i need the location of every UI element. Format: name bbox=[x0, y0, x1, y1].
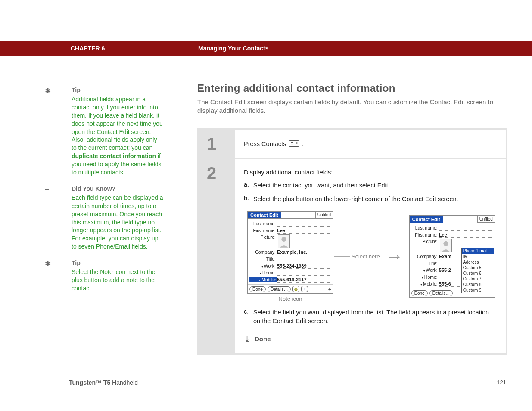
select-here-callout: Select here bbox=[352, 253, 380, 260]
val-mobile: 555-616-2117 bbox=[277, 277, 307, 282]
dropdown-option-custom6[interactable]: Custom 6 bbox=[462, 271, 494, 276]
dropdown-option-address[interactable]: Address bbox=[462, 259, 494, 265]
dropdown-option-custom5[interactable]: Custom 5 bbox=[462, 265, 494, 271]
pda-screenshots-row: Contact Edit Unfiled Last name: First na… bbox=[247, 211, 496, 302]
dropdown-option-custom9[interactable]: Custom 9 bbox=[462, 287, 494, 293]
svg-point-2 bbox=[443, 241, 448, 246]
asterisk-icon: ✱ bbox=[45, 87, 51, 96]
pda-done-button-2[interactable]: Done bbox=[411, 290, 428, 296]
step-2-lead: Display additional contact fields: bbox=[244, 169, 496, 176]
chapter-title: Managing Your Contacts bbox=[198, 45, 269, 52]
dropdown-option-custom7[interactable]: Custom 7 bbox=[462, 276, 494, 282]
substep-b: b. Select the plus button on the lower-r… bbox=[244, 195, 496, 203]
step-1-text: Press Contacts bbox=[244, 140, 286, 147]
tip-body-1-pre: Additional fields appear in a contact on… bbox=[72, 96, 163, 151]
lbl-mobile[interactable]: ▾Mobile: bbox=[249, 277, 277, 282]
dropdown-option-custom8[interactable]: Custom 8 bbox=[462, 282, 494, 287]
step-2-number-col: 2 bbox=[199, 159, 235, 353]
lbl-picture: Picture: bbox=[249, 234, 277, 240]
chapter-header-bar: CHAPTER 6 Managing Your Contacts bbox=[0, 41, 532, 56]
dyk-body: Each field type can be displayed a certa… bbox=[72, 194, 164, 251]
val-first: Lee bbox=[277, 228, 285, 233]
pda-screen-before: Contact Edit Unfiled Last name: First na… bbox=[247, 211, 333, 294]
footer-rule bbox=[56, 375, 507, 375]
did-you-know-block: + Did You Know? Each field type can be d… bbox=[56, 185, 164, 251]
section-title: Entering additional contact information bbox=[197, 82, 507, 94]
substep-c-letter: c. bbox=[244, 308, 253, 326]
substep-a-letter: a. bbox=[244, 181, 253, 190]
step-2: 2 Display additional contact fields: a. … bbox=[199, 159, 506, 353]
dyk-heading: Did You Know? bbox=[72, 185, 164, 192]
lbl-work[interactable]: ▾Work: bbox=[249, 263, 277, 268]
footer-product-rest: Handheld bbox=[110, 379, 138, 386]
pda-title-2: Contact Edit bbox=[410, 216, 443, 223]
step-1: 1 Press Contacts ≡ . bbox=[199, 130, 506, 158]
duplicate-contact-link[interactable]: duplicate contact information bbox=[72, 153, 156, 159]
tip-block-2: ✱ Tip Select the Note icon next to the p… bbox=[56, 259, 164, 293]
plus-icon: + bbox=[45, 185, 49, 194]
picture-placeholder-2[interactable] bbox=[440, 239, 452, 252]
tip-block-1: ✱ Tip Additional fields appear in a cont… bbox=[56, 87, 164, 177]
section-intro: The Contact Edit screen displays certain… bbox=[197, 98, 507, 115]
field-type-dropdown[interactable]: Phone/Email IM Address Custom 5 Custom 6… bbox=[461, 248, 494, 293]
substep-c: c. Select the field you want displayed f… bbox=[244, 308, 496, 326]
pda-details-button[interactable]: Details… bbox=[268, 286, 291, 292]
substep-a: a. Select the contact you want, and then… bbox=[244, 181, 496, 190]
step-1-number: 1 bbox=[207, 135, 216, 153]
step-1-suffix: . bbox=[302, 140, 304, 147]
contacts-icon: ≡ bbox=[289, 140, 299, 147]
chapter-label: CHAPTER 6 bbox=[71, 45, 105, 52]
picture-placeholder[interactable] bbox=[278, 234, 290, 248]
done-label: Done bbox=[255, 335, 271, 342]
step-2-number: 2 bbox=[207, 165, 216, 182]
note-icon-callout: Note icon bbox=[247, 296, 333, 302]
val-company: Example, Inc. bbox=[277, 249, 307, 255]
pda-title: Contact Edit bbox=[248, 212, 281, 218]
done-arrow-icon: ⤓ bbox=[244, 334, 250, 344]
sidebar: ✱ Tip Additional fields appear in a cont… bbox=[56, 87, 164, 301]
callout-line bbox=[334, 256, 350, 257]
lbl-last: Last name: bbox=[249, 221, 277, 226]
pda-note-button[interactable]: ◍ bbox=[292, 286, 299, 292]
val-work: 555-234-1939 bbox=[277, 263, 307, 268]
tip-heading-2: Tip bbox=[72, 259, 164, 266]
substep-b-text: Select the plus button on the lower-righ… bbox=[253, 195, 496, 203]
asterisk-icon: ✱ bbox=[45, 259, 51, 268]
svg-point-1 bbox=[281, 237, 286, 242]
step-2-body: Display additional contact fields: a. Se… bbox=[235, 159, 506, 353]
dropdown-option-phone-email[interactable]: Phone/Email bbox=[462, 248, 494, 254]
footer-product-bold: Tungsten™ T5 bbox=[69, 379, 110, 386]
pda-details-button-2[interactable]: Details… bbox=[429, 290, 453, 296]
main-content: Entering additional contact information … bbox=[197, 82, 507, 355]
page-number: 121 bbox=[497, 379, 506, 386]
lbl-home[interactable]: ▾Home: bbox=[249, 270, 277, 275]
svg-point-0 bbox=[291, 142, 293, 143]
arrow-right-icon: → bbox=[386, 247, 403, 266]
pda-category-selector-2[interactable]: Unfiled bbox=[477, 216, 495, 223]
steps-container: 1 Press Contacts ≡ . 2 Display additiona… bbox=[197, 128, 507, 355]
step-1-number-col: 1 bbox=[199, 130, 235, 158]
pda-plus-button[interactable]: + bbox=[301, 286, 308, 292]
dropdown-option-im[interactable]: IM bbox=[462, 254, 494, 259]
substep-a-text: Select the contact you want, and then se… bbox=[253, 181, 496, 190]
scroll-arrows-icon[interactable]: ◆ bbox=[328, 287, 331, 291]
lbl-first: First name: bbox=[249, 228, 277, 233]
tip-heading-1: Tip bbox=[72, 87, 164, 93]
step-1-body: Press Contacts ≡ . bbox=[235, 130, 506, 158]
pda-category-selector[interactable]: Unfiled bbox=[315, 212, 333, 218]
lbl-title: Title: bbox=[249, 256, 277, 262]
tip-body-2: Select the Note icon next to the plus bu… bbox=[72, 268, 164, 293]
substep-b-letter: b. bbox=[244, 195, 253, 203]
footer-product: Tungsten™ T5 Handheld bbox=[69, 379, 138, 386]
lbl-company: Company: bbox=[249, 249, 277, 255]
pda-screen-after: Contact Edit Unfiled Last name: First na… bbox=[409, 215, 495, 298]
tip-body-1: Additional fields appear in a contact on… bbox=[72, 95, 164, 177]
pda-done-button[interactable]: Done bbox=[249, 286, 266, 292]
substep-c-text: Select the field you want displayed from… bbox=[253, 308, 496, 326]
done-row: ⤓ Done bbox=[244, 334, 496, 344]
